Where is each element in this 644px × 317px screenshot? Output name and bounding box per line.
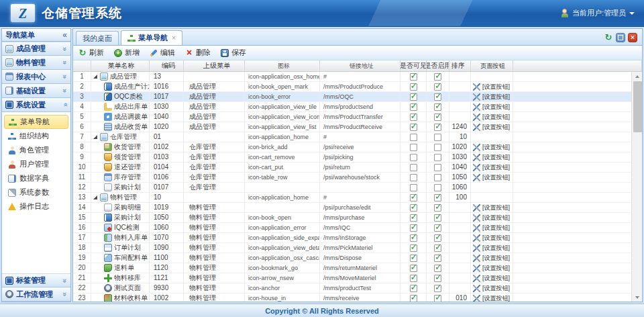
sidebar-accordion-物料管理[interactable]: 物料管理» — [2, 56, 70, 70]
checkbox-checked-icon[interactable] — [434, 204, 441, 212]
setting-buttons-link[interactable]: [设置按钮] — [471, 152, 513, 162]
checkbox-unchecked-icon[interactable] — [410, 174, 417, 181]
scroll-up-icon[interactable] — [633, 72, 642, 81]
table-row[interactable]: 19车间配料单1100物料管理icon-application_osx_casc… — [73, 253, 642, 263]
checkbox-unchecked-icon[interactable] — [410, 144, 417, 151]
table-row[interactable]: 13物料管理10icon-application_home#100 — [73, 193, 642, 203]
checkbox-checked-icon[interactable] — [434, 214, 441, 222]
checkbox-checked-icon[interactable] — [410, 275, 417, 282]
sidebar-accordion-工作流管理[interactable]: 工作流管理» — [2, 287, 70, 302]
checkbox-checked-icon[interactable] — [434, 114, 441, 121]
table-row[interactable]: 10退还管理0104仓库管理icon-cart_put/psi/return10… — [73, 163, 642, 173]
checkbox-checked-icon[interactable] — [410, 234, 417, 242]
user-menu[interactable]: 当前用户:管理员 — [561, 8, 635, 18]
sidebar-accordion-成品管理[interactable]: 成品管理» — [2, 42, 70, 56]
checkbox-unchecked-icon[interactable] — [434, 134, 441, 141]
checkbox-checked-icon[interactable] — [434, 244, 441, 252]
column-header-filler[interactable] — [513, 60, 642, 71]
checkbox-checked-icon[interactable] — [410, 244, 417, 252]
checkbox-checked-icon[interactable] — [410, 194, 417, 201]
setting-buttons-link[interactable]: [设置按钮] — [471, 203, 513, 212]
sidebar-item-组织结构[interactable]: 组织结构 — [2, 129, 70, 143]
table-row[interactable]: 14采购明细1019物料管理/psi/purchase/edit[设置按钮] — [73, 203, 642, 213]
checkbox-checked-icon[interactable] — [410, 103, 417, 111]
column-header-是否启用[interactable]: 是否启用 — [427, 60, 449, 71]
setting-buttons-link[interactable]: [设置按钮] — [471, 223, 513, 232]
vertical-scrollbar[interactable] — [631, 72, 642, 302]
sidebar-item-菜单导航[interactable]: 菜单导航 — [4, 115, 68, 129]
checkbox-unchecked-icon[interactable] — [434, 164, 441, 171]
checkbox-checked-icon[interactable] — [410, 114, 417, 121]
checkbox-checked-icon[interactable] — [434, 194, 441, 201]
setting-buttons-link[interactable]: [设置按钮] — [471, 92, 513, 101]
sidebar-accordion-系统设置[interactable]: 系统设置» — [2, 98, 70, 112]
tree-expand-icon[interactable] — [93, 135, 97, 139]
checkbox-checked-icon[interactable] — [434, 255, 441, 262]
checkbox-unchecked-icon[interactable] — [434, 154, 441, 161]
table-row[interactable]: 12采购计划0107仓库管理1060 — [73, 183, 642, 193]
table-row[interactable]: 6成品收货单1020成品管理icon-application_view_list… — [73, 122, 642, 132]
sidebar-accordion-报表中心[interactable]: 报表中心» — [2, 70, 70, 84]
table-row[interactable]: 11库存管理0106仓库管理icon-table_row/psi/warehou… — [73, 173, 642, 183]
checkbox-checked-icon[interactable] — [434, 124, 441, 131]
tree-expand-icon[interactable] — [93, 75, 97, 79]
setting-buttons-link[interactable]: [设置按钮] — [471, 102, 513, 111]
checkbox-checked-icon[interactable] — [410, 295, 417, 302]
sidebar-item-数据字典[interactable]: 数据字典 — [2, 171, 70, 185]
setting-buttons-link[interactable]: [设置按钮] — [471, 273, 513, 283]
checkbox-checked-icon[interactable] — [434, 234, 441, 242]
table-row[interactable]: 7仓库管理01icon-application_home#10 — [73, 132, 642, 142]
maximize-icon[interactable] — [616, 33, 625, 42]
refresh-tab-icon[interactable]: ↻ — [604, 33, 613, 42]
checkbox-checked-icon[interactable] — [410, 83, 417, 91]
checkbox-checked-icon[interactable] — [410, 93, 417, 101]
column-header-上级菜单[interactable]: 上级菜单 — [184, 60, 245, 71]
sidebar-item-用户管理[interactable]: 用户管理 — [2, 157, 70, 171]
setting-buttons-link[interactable]: [设置按钮] — [471, 243, 513, 253]
table-row[interactable]: 5成品调拨单1040成品管理icon-application_view_icon… — [73, 112, 642, 122]
checkbox-checked-icon[interactable] — [410, 124, 417, 131]
column-header-row-number[interactable] — [73, 60, 91, 71]
table-row[interactable]: 1成品管理13icon-application_osx_home# — [73, 72, 642, 82]
column-header-菜单名称[interactable]: 菜单名称 — [91, 60, 150, 71]
table-row[interactable]: 4成品出库单1030成品管理icon-application_view_tile… — [73, 102, 642, 112]
column-header-排序[interactable]: 排序 — [449, 60, 471, 71]
column-header-页面按钮[interactable]: 页面按钮 — [471, 60, 513, 71]
table-row[interactable]: 16IQC检测1060物料管理icon-application_error/mm… — [73, 223, 642, 233]
编辑-button[interactable]: 编辑 — [150, 48, 175, 58]
checkbox-checked-icon[interactable] — [410, 204, 417, 212]
scrollbar-thumb[interactable] — [633, 81, 642, 132]
table-row[interactable]: 21物料移库1121物料管理icon-arrow_nsew/mms/MoveMa… — [73, 273, 642, 283]
sidebar-item-角色管理[interactable]: 角色管理 — [2, 143, 70, 157]
column-header-编码[interactable]: 编码 — [150, 60, 184, 71]
close-panel-icon[interactable]: ✕ — [628, 33, 637, 42]
tab-菜单导航[interactable]: 菜单导航× — [121, 30, 182, 45]
column-header-是否可见[interactable]: 是否可见 — [400, 60, 427, 71]
checkbox-checked-icon[interactable] — [410, 255, 417, 262]
setting-buttons-link[interactable]: [设置按钮] — [471, 173, 513, 182]
setting-buttons-link[interactable]: [设置按钮] — [471, 213, 513, 222]
checkbox-checked-icon[interactable] — [434, 265, 441, 272]
checkbox-checked-icon[interactable] — [410, 73, 417, 81]
setting-buttons-link[interactable]: [设置按钮] — [471, 283, 513, 293]
checkbox-checked-icon[interactable] — [410, 224, 417, 232]
checkbox-checked-icon[interactable] — [434, 93, 441, 101]
table-row[interactable]: 18订单计划1090物料管理icon-application_view_deta… — [73, 243, 642, 253]
checkbox-unchecked-icon[interactable] — [410, 184, 417, 191]
sidebar-accordion-基础设置[interactable]: 基础设置» — [2, 84, 70, 98]
setting-buttons-link[interactable]: [设置按钮] — [471, 263, 513, 273]
setting-buttons-link[interactable]: [设置按钮] — [471, 142, 513, 152]
scroll-down-icon[interactable] — [633, 293, 642, 302]
checkbox-checked-icon[interactable] — [434, 73, 441, 81]
setting-buttons-link[interactable]: [设置按钮] — [471, 122, 513, 132]
checkbox-checked-icon[interactable] — [434, 103, 441, 111]
checkbox-checked-icon[interactable] — [434, 275, 441, 282]
sidebar-item-系统参数[interactable]: 系统参数 — [2, 185, 70, 199]
checkbox-checked-icon[interactable] — [434, 83, 441, 91]
column-header-链接地址[interactable]: 链接地址 — [320, 60, 400, 71]
保存-button[interactable]: 保存 — [221, 48, 246, 58]
checkbox-unchecked-icon[interactable] — [434, 144, 441, 151]
checkbox-unchecked-icon[interactable] — [410, 134, 417, 141]
checkbox-unchecked-icon[interactable] — [434, 184, 441, 191]
checkbox-checked-icon[interactable] — [410, 214, 417, 222]
